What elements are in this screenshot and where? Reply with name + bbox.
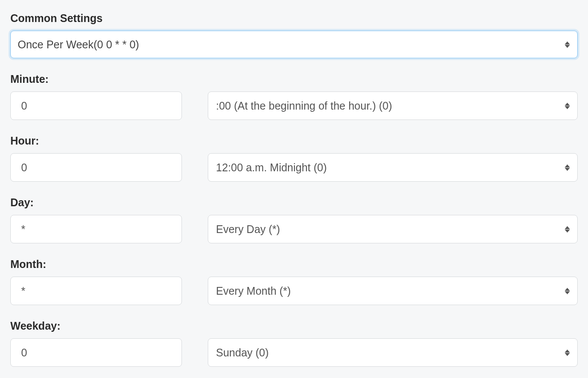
month-select[interactable]: Every Month (*)	[208, 277, 578, 305]
stepper-icon	[564, 226, 570, 233]
minute-label: Minute:	[10, 73, 578, 85]
minute-select[interactable]: :00 (At the beginning of the hour.) (0)	[208, 91, 578, 120]
hour-select-value: 12:00 a.m. Midnight (0)	[216, 161, 327, 174]
hour-select[interactable]: 12:00 a.m. Midnight (0)	[208, 153, 578, 182]
month-input[interactable]	[10, 277, 182, 305]
minute-input[interactable]	[10, 91, 182, 120]
month-label: Month:	[10, 258, 578, 271]
stepper-icon	[564, 103, 570, 109]
stepper-icon	[564, 164, 570, 171]
weekday-select[interactable]: Sunday (0)	[208, 338, 578, 367]
stepper-icon	[564, 288, 570, 294]
weekday-input[interactable]	[10, 338, 182, 367]
month-select-value: Every Month (*)	[216, 285, 291, 297]
day-input[interactable]	[10, 215, 182, 243]
day-select[interactable]: Every Day (*)	[208, 215, 578, 243]
minute-select-value: :00 (At the beginning of the hour.) (0)	[216, 100, 392, 112]
common-settings-select[interactable]: Once Per Week(0 0 * * 0)	[10, 31, 578, 58]
day-select-value: Every Day (*)	[216, 223, 280, 236]
stepper-icon	[564, 41, 570, 48]
weekday-select-value: Sunday (0)	[216, 346, 269, 359]
weekday-label: Weekday:	[10, 320, 578, 332]
common-settings-heading: Common Settings	[10, 12, 578, 25]
common-settings-select-value: Once Per Week(0 0 * * 0)	[18, 38, 139, 51]
stepper-icon	[564, 350, 570, 356]
hour-label: Hour:	[10, 135, 578, 147]
hour-input[interactable]	[10, 153, 182, 182]
day-label: Day:	[10, 196, 578, 209]
